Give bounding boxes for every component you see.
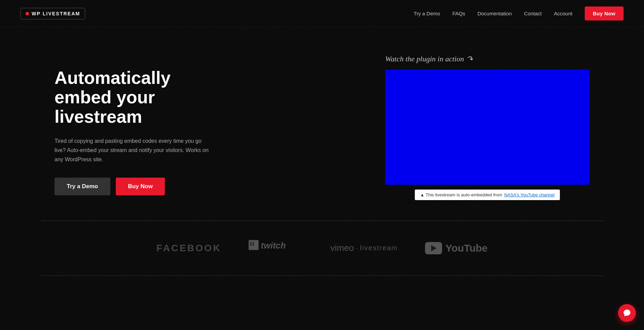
nav-account[interactable]: Account (554, 11, 572, 16)
youtube-text: YouTube (445, 242, 488, 254)
nav-faqs[interactable]: FAQs (452, 11, 465, 16)
vimeo-text: vimeo (330, 243, 354, 253)
hero-buy-now-button[interactable]: Buy Now (116, 178, 165, 195)
arrow-icon: ↷ (466, 54, 474, 64)
twitch-logo: twitch (249, 238, 303, 258)
nav-try-demo[interactable]: Try a Demo (414, 11, 440, 16)
youtube-play-icon (425, 242, 442, 254)
hero-heading: Automatically embed your livestream (54, 68, 232, 127)
facebook-logo: FACEBOOK (156, 243, 221, 254)
hero-left: Automatically embed your livestream Tire… (54, 55, 232, 195)
nav-links: Try a Demo FAQs Documentation Contact Ac… (414, 6, 624, 20)
hero-video[interactable] (385, 70, 590, 185)
hero-buttons: Try a Demo Buy Now (54, 178, 232, 195)
hero-demo-button[interactable]: Try a Demo (54, 178, 110, 195)
navbar: WP LIVESTREAM Try a Demo FAQs Documentat… (0, 0, 644, 27)
livestream-text: livestream (360, 244, 398, 252)
video-attribution-link[interactable]: NASA's YouTube channel (504, 192, 554, 197)
hero-subtext: Tired of copying and pasting embed codes… (54, 136, 211, 164)
chat-icon (623, 309, 631, 317)
logo[interactable]: WP LIVESTREAM (20, 8, 85, 19)
vimeo-logo: vimeo · livestream (330, 243, 398, 253)
svg-rect-1 (250, 242, 251, 246)
nav-contact[interactable]: Contact (524, 11, 542, 16)
hero-right: Watch the plugin in action ↷ ▲ This live… (385, 55, 590, 200)
nav-documentation[interactable]: Documentation (477, 11, 512, 16)
svg-text:twitch: twitch (261, 241, 286, 250)
youtube-logo: YouTube (425, 242, 488, 254)
logo-text: WP LIVESTREAM (32, 11, 80, 16)
video-attribution: ▲ This livestream is auto-embedded from … (415, 190, 560, 200)
svg-rect-2 (253, 242, 254, 246)
watch-label: Watch the plugin in action ↷ (385, 55, 473, 63)
nav-buy-now-button[interactable]: Buy Now (585, 6, 624, 20)
vimeo-separator: · (356, 244, 358, 252)
brand-logos-section: FACEBOOK twitch vimeo · livestream YouTu… (0, 221, 644, 275)
divider-bottom (41, 275, 603, 276)
logo-dot (26, 12, 29, 15)
hero-section: Automatically embed your livestream Tire… (0, 27, 644, 221)
chat-bubble-button[interactable] (618, 304, 636, 322)
